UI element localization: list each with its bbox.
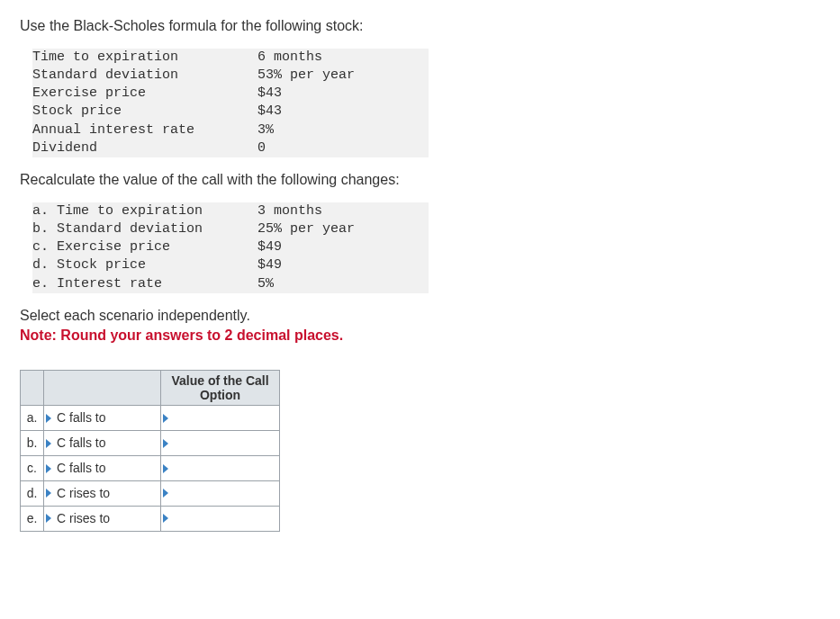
param-value: 0 xyxy=(257,139,429,157)
row-value-cell[interactable] xyxy=(161,480,280,506)
blank-header xyxy=(21,371,44,406)
row-desc-cell[interactable]: C falls to xyxy=(44,456,161,481)
instruction-note: Note: Round your answers to 2 decimal pl… xyxy=(20,326,820,345)
param-value: 5% xyxy=(257,275,429,293)
instruction-line: Select each scenario independently. xyxy=(20,306,820,326)
table-row: c. C falls to xyxy=(21,456,280,481)
row-letter: a. xyxy=(21,406,44,431)
param-value: 25% per year xyxy=(257,220,429,238)
table-row: e. C rises to xyxy=(21,506,280,531)
answer-table: Value of the Call Option a. C falls to b… xyxy=(20,370,280,532)
param-value: $49 xyxy=(257,256,429,274)
row-desc: C falls to xyxy=(57,435,105,450)
param-value: 3 months xyxy=(257,202,429,220)
param-value: 53% per year xyxy=(257,67,429,85)
table-row: d. C rises to xyxy=(21,480,280,506)
dropdown-caret-icon xyxy=(46,514,51,523)
row-desc: C rises to xyxy=(57,486,110,500)
dropdown-caret-icon xyxy=(163,489,168,498)
dropdown-caret-icon xyxy=(163,414,168,423)
intro-text: Use the Black-Scholes formula for the fo… xyxy=(20,16,820,36)
base-params-table: Time to expiration6 months Standard devi… xyxy=(32,49,429,158)
row-desc-cell[interactable]: C falls to xyxy=(44,431,161,456)
change-params-table: a. Time to expiration3 months b. Standar… xyxy=(32,202,429,293)
param-value: $43 xyxy=(257,103,429,121)
row-value-cell[interactable] xyxy=(161,456,280,481)
param-label: e. Interest rate xyxy=(32,275,257,293)
row-desc: C falls to xyxy=(57,461,105,475)
dropdown-caret-icon xyxy=(46,414,51,423)
row-desc-cell[interactable]: C rises to xyxy=(44,480,161,506)
param-value: 6 months xyxy=(257,49,429,67)
dropdown-caret-icon xyxy=(163,464,168,473)
param-label: d. Stock price xyxy=(32,256,257,274)
param-value: 3% xyxy=(257,121,429,139)
row-desc-cell[interactable]: C falls to xyxy=(44,406,161,431)
value-header: Value of the Call Option xyxy=(161,371,280,406)
table-row: b. C falls to xyxy=(21,431,280,456)
row-letter: e. xyxy=(21,506,44,531)
row-value-cell[interactable] xyxy=(161,406,280,431)
param-label: b. Standard deviation xyxy=(32,220,257,238)
row-desc: C rises to xyxy=(57,511,110,525)
dropdown-caret-icon xyxy=(46,489,51,498)
param-label: Time to expiration xyxy=(32,49,257,67)
dropdown-caret-icon xyxy=(163,439,168,448)
row-letter: d. xyxy=(21,480,44,506)
blank-header xyxy=(44,371,161,406)
row-letter: c. xyxy=(21,456,44,481)
param-value: $49 xyxy=(257,238,429,256)
param-value: $43 xyxy=(257,85,429,103)
param-label: c. Exercise price xyxy=(32,238,257,256)
row-value-cell[interactable] xyxy=(161,506,280,531)
table-row: a. C falls to xyxy=(21,406,280,431)
recalc-text: Recalculate the value of the call with t… xyxy=(20,170,820,190)
param-label: a. Time to expiration xyxy=(32,202,257,220)
param-label: Dividend xyxy=(32,139,257,157)
dropdown-caret-icon xyxy=(46,439,51,448)
dropdown-caret-icon xyxy=(46,464,51,473)
row-value-cell[interactable] xyxy=(161,431,280,456)
row-desc-cell[interactable]: C rises to xyxy=(44,506,161,531)
param-label: Stock price xyxy=(32,103,257,121)
row-desc: C falls to xyxy=(57,410,105,425)
param-label: Exercise price xyxy=(32,85,257,103)
dropdown-caret-icon xyxy=(163,514,168,523)
param-label: Standard deviation xyxy=(32,67,257,85)
row-letter: b. xyxy=(21,431,44,456)
param-label: Annual interest rate xyxy=(32,121,257,139)
